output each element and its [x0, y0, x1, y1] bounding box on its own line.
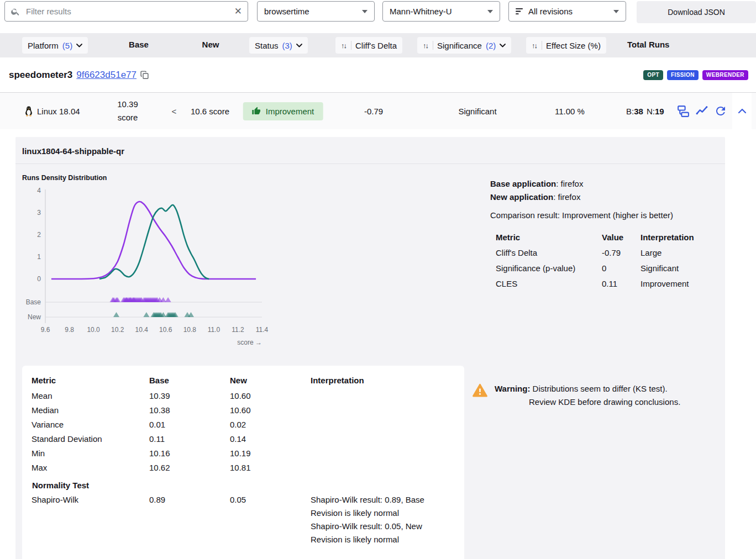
shapiro-wilk-base: 0.89 [149, 493, 230, 546]
sort-arrows-icon[interactable]: ↑↓ [423, 41, 429, 50]
column-new: New [202, 40, 219, 49]
svg-text:10.4: 10.4 [135, 326, 149, 334]
linux-penguin-icon [24, 106, 33, 117]
search-input[interactable] [25, 6, 230, 17]
summary-new-value: 10.81 [230, 461, 311, 475]
chevron-up-icon [738, 108, 747, 114]
status-cell: Improvement [243, 93, 323, 129]
sort-arrows-icon[interactable]: ↑↓ [341, 41, 347, 50]
opt-badge: OPT [643, 70, 663, 80]
metric-name: CLES [496, 276, 602, 292]
status-filter-count: (3) [282, 41, 292, 50]
summary-new-value: 0.02 [230, 418, 311, 432]
base-runs-label: B: [626, 107, 634, 116]
summary-header-base: Base [149, 373, 230, 389]
base-runs-count: 38 [634, 107, 643, 116]
summary-new-value: 10.60 [230, 389, 311, 403]
new-runs-label: N: [647, 107, 655, 116]
filter-lines-icon [516, 8, 524, 15]
kde-chart-section: Runs Density Distribution 01234BaseNew9.… [15, 164, 483, 352]
base-application-value: firefox [561, 179, 584, 188]
framework-select-value: browsertime [264, 7, 358, 16]
revisions-select[interactable]: All revisions [508, 1, 626, 22]
summary-base-value: 0.01 [149, 418, 230, 432]
base-application-label: Base application [490, 179, 556, 188]
platform-filter-count: (5) [62, 41, 72, 50]
summary-header-interpretation: Interpretation [311, 373, 449, 389]
search-icon [11, 7, 20, 17]
svg-text:New: New [28, 313, 41, 321]
metric-interpretation: Improvement [641, 276, 725, 292]
summary-metric: Max [32, 461, 149, 475]
svg-text:9.8: 9.8 [65, 326, 74, 334]
chevron-down-icon [296, 44, 302, 48]
revision-link[interactable]: 9f6623d51e77 [76, 70, 136, 81]
framework-select[interactable]: browsertime [257, 1, 375, 22]
svg-text:2: 2 [37, 231, 41, 239]
platform-label: Linux 18.04 [37, 107, 80, 116]
significance-sort-chip[interactable]: ↑↓ Significance (2) [417, 37, 511, 54]
new-runs-count: 19 [655, 107, 664, 116]
svg-text:score →: score → [237, 339, 262, 346]
svg-text:Base: Base [26, 298, 41, 306]
collapse-row-button[interactable] [732, 93, 752, 129]
summary-base-value: 10.39 [149, 389, 230, 403]
status-filter-chip[interactable]: Status (3) [249, 37, 308, 54]
chip-divider [351, 41, 351, 50]
new-application-label: New application [490, 192, 553, 202]
sort-arrows-icon[interactable]: ↑↓ [532, 41, 538, 50]
metric-interpretation: Significant [641, 261, 725, 276]
download-json-button[interactable]: Download JSON [637, 1, 756, 23]
significance-value: Significant [458, 93, 496, 129]
base-score-cell: 10.39 score [111, 93, 145, 129]
retrigger-jobs-icon[interactable] [676, 104, 690, 118]
chevron-down-icon [500, 44, 506, 48]
metrics-header-metric: Metric [496, 230, 602, 245]
status-label: Improvement [266, 107, 314, 116]
metric-value: 0 [602, 261, 641, 276]
base-score-unit: score [118, 113, 138, 122]
suite-name: speedometer3 [9, 70, 72, 81]
chart-title: Runs Density Distribution [22, 174, 483, 182]
cliffs-delta-sort-chip[interactable]: ↑↓ Cliff's Delta [335, 37, 402, 54]
summary-table: Metric Base New Interpretation Mean 10.3… [32, 373, 464, 546]
comparison-info-section: Base application: firefox New applicatio… [483, 164, 725, 352]
chip-divider [433, 41, 433, 50]
metrics-table: Metric Value Interpretation Cliff's Delt… [496, 230, 725, 292]
graph-icon[interactable] [695, 104, 709, 118]
summary-base-value: 0.11 [149, 432, 230, 446]
platform-cell: Linux 18.04 [24, 93, 80, 129]
panel-top-section: Runs Density Distribution 01234BaseNew9.… [15, 164, 725, 352]
column-header-band: Platform (5) Base New Status (3) ↑↓ Clif… [0, 33, 756, 57]
metric-value: 0.11 [602, 276, 641, 292]
effect-size-sort-chip[interactable]: ↑↓ Effect Size (%) [526, 37, 606, 54]
comparison-result-label: Comparison result [490, 210, 558, 220]
new-score-cell: 10.6 score [191, 93, 229, 129]
copy-icon[interactable] [140, 70, 149, 80]
clear-search-icon[interactable]: ✕ [234, 7, 242, 16]
webrender-badge: WEBRENDER [702, 70, 748, 80]
filter-results-search[interactable]: ✕ [4, 1, 248, 22]
summary-metric: Standard Deviation [32, 432, 149, 446]
comparison-result-value: Improvement (higher is better) [562, 210, 673, 220]
column-effect-size: Effect Size (%) [546, 41, 601, 50]
summary-base-value: 10.38 [149, 403, 230, 418]
svg-text:10.6: 10.6 [159, 326, 172, 334]
dropdown-caret-icon [487, 10, 493, 13]
svg-text:4: 4 [37, 187, 41, 194]
new-score-value: 10.6 [191, 107, 207, 116]
svg-text:0: 0 [37, 275, 41, 283]
svg-text:10.0: 10.0 [87, 326, 100, 334]
shapiro-wilk-new: 0.05 [230, 493, 311, 546]
new-score-unit: score [209, 107, 229, 116]
metric-name: Significance (p-value) [496, 261, 602, 276]
metric-interpretation: Large [641, 245, 725, 261]
statistical-test-select[interactable]: Mann-Whitney-U [382, 1, 500, 22]
metric-name: Cliff's Delta [496, 245, 602, 261]
platform-filter-chip[interactable]: Platform (5) [22, 37, 88, 54]
total-runs-cell: B:38 N:19 [626, 93, 664, 129]
refresh-icon[interactable] [714, 104, 727, 118]
job-name: linux1804-64-shippable-qr [15, 137, 725, 164]
svg-text:11.2: 11.2 [232, 326, 244, 334]
chevron-down-icon [76, 44, 82, 48]
